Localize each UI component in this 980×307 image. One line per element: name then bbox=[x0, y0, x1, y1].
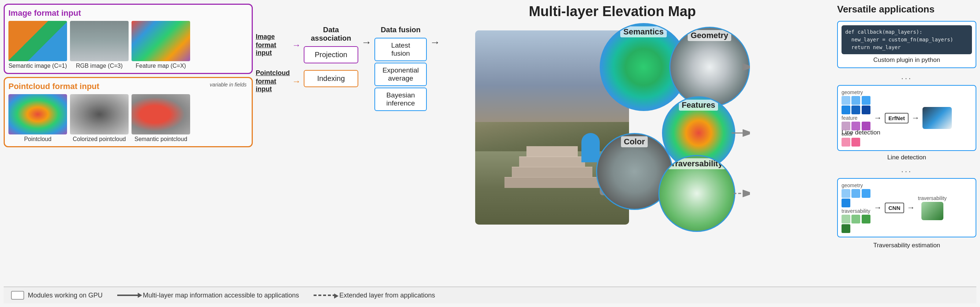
data-assoc-heading: Data association bbox=[304, 25, 358, 43]
colorized-pc-thumb-img bbox=[70, 94, 129, 134]
line-detection-inputs: geometry feature color bbox=[842, 89, 871, 146]
center-visual: Semantics Geometry Features Color Traver… bbox=[475, 23, 750, 235]
pointcloud-thumbnails: Pointcloud Colorized pointcloud Semantic… bbox=[8, 94, 248, 143]
trav-geometry-grid bbox=[842, 189, 871, 207]
pc-colorful-visual bbox=[8, 94, 67, 134]
arrow-assoc-to-fusion: → bbox=[361, 37, 371, 48]
pointcloud-format-line1: Pointcloud bbox=[256, 69, 290, 77]
pc-semantic-visual bbox=[132, 94, 190, 134]
projection-label: Projection bbox=[315, 51, 347, 59]
line-detection-caption: Line detection bbox=[837, 154, 976, 161]
step4 bbox=[527, 146, 578, 156]
code-line1: def callback(map_layers): bbox=[845, 28, 968, 36]
traversability-inputs: geometry traversability bbox=[842, 183, 871, 233]
trav-geo-2 bbox=[851, 189, 860, 198]
line-detection-output bbox=[923, 107, 952, 129]
erfnet-box: ErfNet bbox=[885, 113, 908, 124]
geometry-label: Geometry bbox=[688, 30, 731, 41]
thumb-rgb: RGB image (C=3) bbox=[70, 21, 129, 69]
rgb-label: RGB image (C=3) bbox=[76, 63, 123, 69]
rgb-thumb-img bbox=[70, 21, 129, 61]
legend-gpu-label: Modules working on GPU bbox=[28, 292, 103, 299]
line-detection-label: Line detection bbox=[842, 129, 880, 136]
geometry-input-label: geometry bbox=[842, 89, 871, 95]
image-thumbnails: Semantic image (C=1) RGB image (C=3) Fea… bbox=[8, 21, 248, 69]
trav-trav-2 bbox=[851, 215, 860, 223]
arrow-to-erfnet: → bbox=[874, 113, 882, 123]
center-title: Multi-layer Elevation Map bbox=[529, 4, 696, 19]
arrow-to-cnn: → bbox=[874, 203, 882, 213]
line-detection-box: geometry feature color bbox=[837, 85, 976, 151]
rgb-visual bbox=[70, 21, 129, 61]
feature-visual bbox=[132, 21, 190, 61]
person-body bbox=[581, 133, 600, 162]
image-format-title: Image format input bbox=[8, 8, 248, 18]
pc-thumb-img bbox=[8, 94, 67, 134]
col-cell-2 bbox=[851, 138, 860, 146]
geometry-grid bbox=[842, 96, 871, 114]
legend-gpu-icon bbox=[11, 291, 24, 300]
trav-geo-3 bbox=[862, 189, 870, 198]
trav-geo-1 bbox=[842, 189, 850, 198]
indexing-label: Indexing bbox=[317, 74, 345, 83]
col-cell-1 bbox=[842, 138, 850, 146]
pointcloud-format-label-text: Pointcloud format input bbox=[256, 69, 290, 93]
features-label: Features bbox=[679, 100, 718, 111]
right-panel: Versatile applications def callback(map_… bbox=[837, 4, 976, 283]
thumb-feature: Feature map (C=X) bbox=[132, 21, 190, 69]
semantic-visual bbox=[8, 21, 67, 61]
legend-dashed-arrow-label: Extended layer from applications bbox=[339, 292, 435, 299]
pc-gray-visual bbox=[70, 94, 129, 134]
dashed-arrow-visual bbox=[313, 294, 336, 296]
legend-dashed-arrow: Extended layer from applications bbox=[313, 292, 435, 299]
projection-box: Projection bbox=[304, 46, 358, 64]
arrow-pc-to-assoc: → bbox=[292, 76, 301, 86]
code-block: def callback(map_layers): new_layer = cu… bbox=[842, 25, 972, 54]
legend-bar: Modules working on GPU Multi-layer map i… bbox=[4, 286, 976, 303]
semantics-label: Semantics bbox=[620, 26, 667, 37]
center-panel: Multi-layer Elevation Map bbox=[391, 4, 834, 283]
trav-output-label: traversability bbox=[918, 195, 947, 201]
thumb-colorized-pc: Colorized pointcloud bbox=[70, 94, 129, 143]
data-association-block: Data association Projection Indexing bbox=[304, 25, 358, 87]
step2 bbox=[512, 167, 592, 177]
feature-label: Feature map (C=X) bbox=[135, 63, 186, 69]
cnn-label: CNN bbox=[888, 205, 900, 211]
image-format-label-text: Image format input bbox=[256, 33, 290, 57]
input-labels-col: Image format input → Pointcloud format i… bbox=[256, 25, 301, 93]
legend-solid-arrow-label: Multi-layer map information accessible t… bbox=[143, 292, 299, 299]
pointcloud-format-box: Pointcloud format input variable in fiel… bbox=[4, 77, 253, 147]
semantic-label: Semantic image (C=1) bbox=[8, 63, 67, 69]
traversability-box: geometry traversability → CNN bbox=[837, 178, 976, 237]
code-line3: return new_layer bbox=[845, 44, 968, 51]
circle-traversability: Traversability bbox=[658, 155, 735, 232]
solid-arrow-line bbox=[117, 294, 139, 296]
image-format-input-label: Image format input → bbox=[256, 33, 301, 57]
trav-geo-4 bbox=[842, 199, 850, 207]
geo-cell-6 bbox=[862, 105, 870, 114]
trav-traversability-label: traversability bbox=[842, 208, 871, 214]
semantic-thumb-img bbox=[8, 21, 67, 61]
dots-separator-1: ... bbox=[837, 72, 976, 81]
colorized-pc-label: Colorized pointcloud bbox=[73, 136, 126, 143]
image-format-box: Image format input Semantic image (C=1) … bbox=[4, 4, 253, 74]
left-panel: Image format input Semantic image (C=1) … bbox=[4, 4, 253, 283]
trav-trav-1 bbox=[842, 215, 850, 223]
trav-trav-grid bbox=[842, 215, 871, 233]
geo-cell-4 bbox=[842, 105, 850, 114]
arrow-from-cnn: → bbox=[907, 203, 915, 213]
step3 bbox=[519, 156, 585, 167]
code-line2: new_layer = custom_fn(map_layers) bbox=[845, 36, 968, 44]
semantic-pc-label: Semantic pointcloud bbox=[134, 136, 187, 143]
variable-fields-label: variable in fields bbox=[210, 82, 247, 87]
trav-output-vis bbox=[921, 202, 943, 220]
solid-arrow-visual bbox=[117, 294, 139, 296]
data-flow-panel: Image format input → Pointcloud format i… bbox=[256, 4, 388, 283]
semantic-pc-thumb-img bbox=[132, 94, 190, 134]
arrow-from-erfnet: → bbox=[912, 113, 920, 123]
color-grid bbox=[842, 138, 871, 146]
erfnet-label: ErfNet bbox=[888, 115, 905, 121]
thumb-semantic-pc: Semantic pointcloud bbox=[132, 94, 190, 143]
pointcloud-format-input-label: Pointcloud format input → bbox=[256, 69, 301, 93]
thumb-pc: Pointcloud bbox=[8, 94, 67, 143]
